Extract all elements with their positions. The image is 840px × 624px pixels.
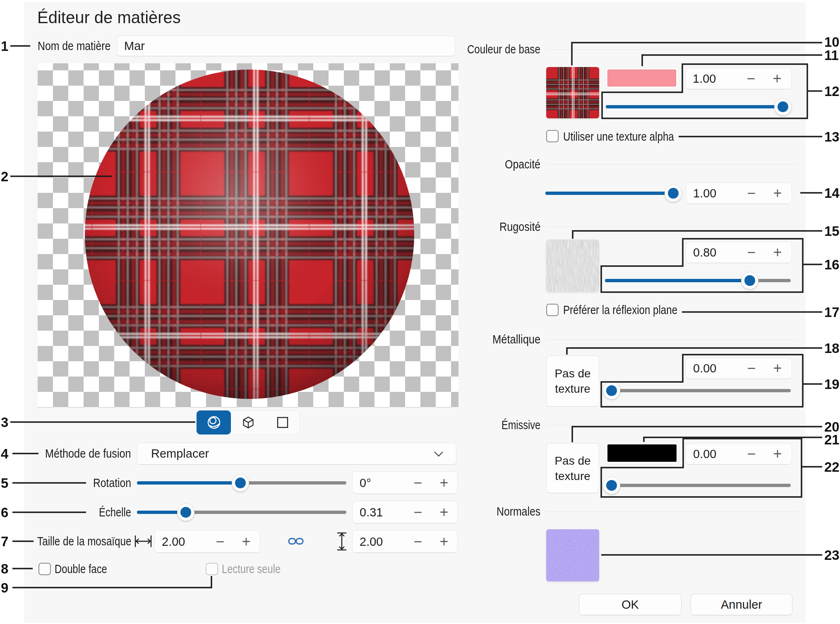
- material-editor-screenshot: Éditeur de matières Nom de matière: [0, 0, 840, 624]
- cancel-button-label: Annuler: [721, 598, 762, 612]
- callout-2: 2: [1, 170, 8, 183]
- tile-height-decrement-button[interactable]: −: [409, 533, 427, 550]
- base-color-slider-thumb[interactable]: [774, 98, 792, 115]
- material-name-label: Nom de matière: [38, 39, 110, 53]
- rotation-slider-thumb[interactable]: [232, 474, 249, 492]
- callout-6: 6: [1, 506, 8, 519]
- tile-height-value[interactable]: 2.00: [360, 535, 383, 548]
- blend-method-label: Méthode de fusion: [45, 447, 131, 461]
- metallic-increment-button[interactable]: +: [768, 360, 787, 377]
- base-color-decrement-button[interactable]: −: [742, 70, 760, 87]
- roughness-numberbox: 0.80 − +: [686, 242, 792, 263]
- roughness-increment-button[interactable]: +: [768, 244, 787, 261]
- planar-reflection-checkbox[interactable]: [546, 304, 559, 316]
- double-face-label: Double face: [55, 562, 107, 576]
- roughness-value[interactable]: 0.80: [693, 246, 716, 259]
- tile-height-icon: [336, 532, 348, 551]
- opacity-increment-button[interactable]: +: [768, 185, 787, 202]
- scale-increment-button[interactable]: +: [435, 504, 453, 521]
- emissive-no-texture-button[interactable]: Pas de texture: [546, 443, 599, 493]
- material-name-input[interactable]: [117, 36, 455, 56]
- scale-slider[interactable]: [137, 503, 346, 521]
- callout-23: 23: [824, 548, 840, 562]
- scale-value[interactable]: 0.31: [360, 505, 383, 519]
- base-color-value[interactable]: 1.00: [693, 72, 716, 86]
- flat-square-icon: [275, 415, 290, 430]
- link-tile-sizes-icon[interactable]: [288, 537, 304, 546]
- alpha-texture-label: Utiliser une texture alpha: [563, 130, 674, 144]
- callout-17: 17: [824, 305, 840, 319]
- opacity-slider-thumb[interactable]: [665, 185, 682, 202]
- roughness-slider-thumb[interactable]: [741, 272, 758, 289]
- tile-width-decrement-button[interactable]: −: [211, 533, 229, 550]
- opacity-decrement-button[interactable]: −: [742, 185, 761, 202]
- blend-method-value: Remplacer: [151, 447, 434, 461]
- scale-numberbox: 0.31 − +: [352, 501, 458, 523]
- metallic-numberbox: 0.00 − +: [686, 358, 792, 379]
- metallic-slider-thumb[interactable]: [603, 382, 620, 399]
- scale-slider-thumb[interactable]: [177, 504, 194, 521]
- emissive-slider[interactable]: [605, 476, 791, 494]
- read-only-checkbox[interactable]: [206, 563, 218, 575]
- emissive-slider-thumb[interactable]: [603, 477, 620, 494]
- metallic-decrement-button[interactable]: −: [742, 360, 761, 377]
- cancel-button[interactable]: Annuler: [691, 594, 792, 615]
- sphere-view-button[interactable]: [197, 410, 231, 434]
- emissive-decrement-button[interactable]: −: [742, 445, 761, 463]
- rotation-decrement-button[interactable]: −: [409, 474, 427, 492]
- opacity-section-label: Opacité: [505, 158, 540, 171]
- base-color-section-label: Couleur de base: [467, 43, 540, 56]
- callout-10: 10: [824, 35, 840, 49]
- roughness-texture-thumbnail[interactable]: [546, 240, 599, 292]
- tile-width-value[interactable]: 2.00: [162, 535, 185, 548]
- dialog-title: Éditeur de matières: [37, 8, 181, 27]
- material-preview[interactable]: [38, 63, 458, 408]
- callout-11: 11: [824, 48, 840, 62]
- callout-13: 13: [824, 130, 840, 144]
- double-face-checkbox[interactable]: [38, 563, 51, 575]
- emissive-separator: [546, 425, 799, 425]
- normals-texture-thumbnail[interactable]: [546, 529, 599, 581]
- emissive-color-swatch[interactable]: [605, 442, 679, 464]
- base-color-texture-thumbnail[interactable]: [546, 67, 599, 118]
- preview-mode-switcher: [196, 410, 300, 435]
- opacity-slider[interactable]: [545, 184, 679, 202]
- ok-button[interactable]: OK: [579, 594, 682, 615]
- scale-label: Échelle: [99, 506, 131, 519]
- blend-method-dropdown[interactable]: Remplacer: [137, 443, 456, 465]
- metallic-no-texture-button[interactable]: Pas de texture: [546, 355, 599, 407]
- base-color-separator: [546, 49, 799, 50]
- metallic-slider[interactable]: [605, 382, 791, 400]
- callout-14: 14: [824, 186, 840, 200]
- opacity-value[interactable]: 1.00: [693, 187, 716, 200]
- metallic-slider-track: [605, 389, 791, 392]
- base-color-swatch[interactable]: [605, 67, 679, 89]
- metallic-value[interactable]: 0.00: [693, 362, 716, 375]
- roughness-slider[interactable]: [605, 271, 791, 290]
- tile-height-increment-button[interactable]: +: [435, 533, 453, 550]
- cube-view-button[interactable]: [231, 410, 265, 434]
- callout-12: 12: [824, 84, 840, 98]
- emissive-increment-button[interactable]: +: [768, 445, 787, 463]
- callout-8: 8: [1, 562, 8, 576]
- roughness-decrement-button[interactable]: −: [742, 244, 761, 261]
- flat-view-button[interactable]: [265, 410, 300, 434]
- rotation-increment-button[interactable]: +: [435, 474, 453, 492]
- base-color-slider[interactable]: [606, 98, 789, 116]
- rotation-slider[interactable]: [137, 474, 346, 492]
- metallic-section-label: Métallique: [492, 333, 540, 346]
- tile-width-increment-button[interactable]: +: [237, 533, 255, 550]
- base-color-increment-button[interactable]: +: [768, 70, 786, 87]
- opacity-slider-fill: [545, 192, 673, 195]
- rotation-value[interactable]: 0°: [360, 476, 371, 490]
- tile-size-label: Taille de la mosaïque: [37, 535, 131, 548]
- roughness-separator: [546, 227, 799, 227]
- scale-decrement-button[interactable]: −: [409, 504, 427, 521]
- emissive-value[interactable]: 0.00: [693, 447, 716, 461]
- emissive-numberbox: 0.00 − +: [686, 443, 792, 465]
- callout-18: 18: [824, 341, 840, 355]
- roughness-section-label: Rugosité: [499, 220, 540, 234]
- roughness-slider-fill: [605, 279, 750, 282]
- alpha-texture-checkbox[interactable]: [546, 130, 559, 142]
- sphere-icon: [206, 415, 221, 430]
